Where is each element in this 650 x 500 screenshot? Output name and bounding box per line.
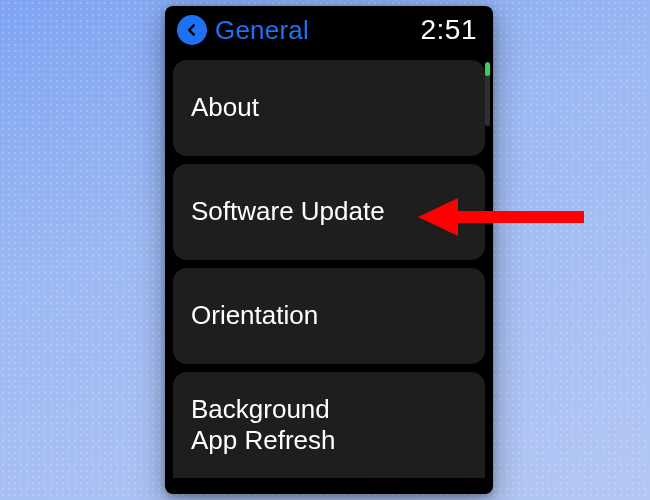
scroll-thumb[interactable] (485, 62, 490, 76)
scroll-track (485, 62, 490, 126)
list-item-about[interactable]: About (173, 60, 485, 156)
settings-list[interactable]: About Software Update Orientation Backgr… (165, 56, 493, 494)
list-item-software-update[interactable]: Software Update (173, 164, 485, 260)
header-bar: General 2:51 (165, 6, 493, 56)
clock-time: 2:51 (421, 14, 478, 46)
canvas: General 2:51 About Software Update Orien… (0, 0, 650, 500)
list-item-label: About (191, 92, 259, 123)
list-item-label: Orientation (191, 300, 318, 331)
list-item-label: Background App Refresh (191, 394, 336, 456)
watch-screen: General 2:51 About Software Update Orien… (165, 6, 493, 494)
list-item-label: Software Update (191, 196, 385, 227)
list-item-orientation[interactable]: Orientation (173, 268, 485, 364)
back-button[interactable] (177, 15, 207, 45)
page-title: General (215, 15, 413, 46)
list-item-background-app-refresh[interactable]: Background App Refresh (173, 372, 485, 478)
chevron-left-icon (185, 23, 199, 37)
